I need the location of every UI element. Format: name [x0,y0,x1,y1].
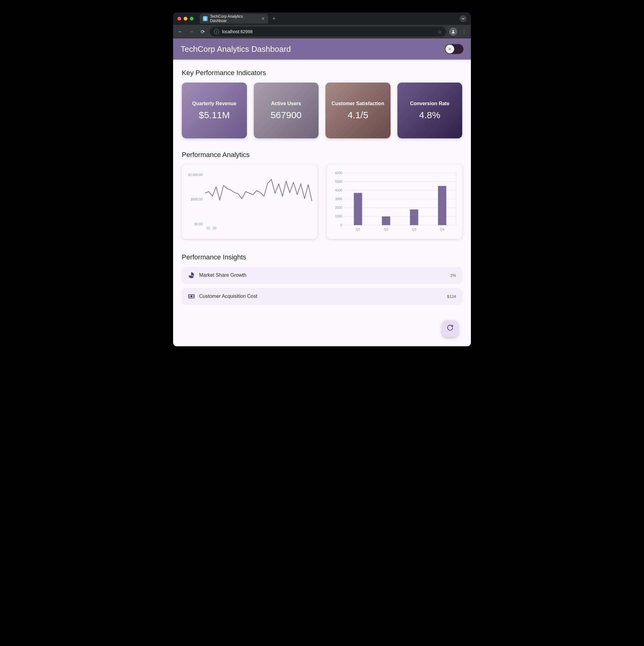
pie-chart-icon [188,272,195,279]
maximize-window-button[interactable] [190,17,194,20]
svg-text:5000: 5000 [335,180,342,183]
bar-chart-card: 0100020003000400050006000Q1Q2Q3Q4 [327,165,462,239]
kpi-value: 567900 [271,110,302,120]
app-viewport: TechCorp Analytics Dashboard Key Perform… [173,38,471,346]
bar-chart: 0100020003000400050006000Q1Q2Q3Q4 [329,169,460,235]
refresh-fab[interactable] [442,320,458,337]
flutter-favicon-icon [203,16,208,21]
kpi-card-revenue[interactable]: Quarterly Revenue $5.11M [182,83,247,138]
kpi-value: 4.1/5 [347,110,368,120]
kpi-value: $5.11M [199,110,230,120]
line-chart: $0.00$800.00$1,600.001000 [184,169,315,235]
kpi-card-conversion[interactable]: Conversion Rate 4.8% [397,83,462,138]
insight-label: Customer Acquisition Cost [199,294,443,299]
kpi-card-users[interactable]: Active Users 567900 [254,83,319,138]
svg-point-1 [449,48,450,49]
refresh-icon [447,324,453,333]
svg-text:10: 10 [206,226,210,230]
insight-card-market-share[interactable]: Market Share Growth 2% [182,267,462,284]
insight-value: 2% [450,273,456,278]
close-window-button[interactable] [178,17,181,20]
site-info-icon[interactable]: i [214,29,219,34]
kpi-label: Quarterly Revenue [192,101,236,107]
bookmark-star-icon[interactable]: ☆ [437,29,442,35]
browser-window: TechCorp Analytics Dashboar ✕ + ← → ⟳ i … [173,12,471,346]
svg-text:$1,600.00: $1,600.00 [188,173,203,177]
reload-button[interactable]: ⟳ [199,29,207,35]
svg-rect-30 [354,193,362,225]
charts-row: $0.00$800.00$1,600.001000 01000200030004… [182,165,462,239]
browser-tab[interactable]: TechCorp Analytics Dashboar ✕ [200,14,268,24]
svg-text:4000: 4000 [335,188,342,192]
minimize-window-button[interactable] [184,17,187,20]
svg-text:2000: 2000 [335,206,342,209]
insight-card-cac[interactable]: Customer Acquisition Cost $124 [182,288,462,305]
kpi-card-satisfaction[interactable]: Customer Satisfaction 4.1/5 [325,83,391,138]
line-chart-card: $0.00$800.00$1,600.001000 [182,165,317,239]
svg-rect-36 [438,186,446,225]
kpi-section-title: Key Performance Indicators [182,69,462,77]
svg-text:1000: 1000 [335,214,342,218]
profile-avatar-icon[interactable] [449,28,457,36]
tab-title: TechCorp Analytics Dashboar [210,14,257,23]
svg-line-7 [451,50,451,50]
svg-text:3000: 3000 [335,197,342,201]
app-title: TechCorp Analytics Dashboard [181,44,445,54]
back-button[interactable]: ← [176,29,184,34]
svg-line-6 [448,47,449,48]
window-controls [176,17,194,20]
svg-text:Q2: Q2 [384,227,388,231]
svg-text:0: 0 [340,223,342,227]
svg-text:00: 00 [213,226,217,230]
new-tab-button[interactable]: + [271,15,278,22]
close-tab-icon[interactable]: ✕ [261,16,265,21]
kpi-row: Quarterly Revenue $5.11M Active Users 56… [182,83,462,138]
svg-rect-32 [382,217,390,225]
kpi-value: 4.8% [419,110,440,120]
forward-button[interactable]: → [187,29,195,34]
svg-point-0 [453,30,454,32]
content-area: Key Performance Indicators Quarterly Rev… [173,60,471,346]
browser-menu-button[interactable]: ⋮ [460,29,468,35]
svg-text:Q1: Q1 [356,227,360,231]
theme-toggle[interactable] [445,44,463,54]
kpi-label: Active Users [271,101,301,107]
svg-line-8 [448,50,449,50]
svg-text:$0.00: $0.00 [195,222,203,226]
money-bill-icon [188,293,195,300]
svg-rect-34 [410,209,418,225]
svg-text:$800.00: $800.00 [191,197,203,201]
sun-icon [445,45,454,53]
kpi-label: Conversion Rate [410,101,449,107]
app-header: TechCorp Analytics Dashboard [173,38,471,60]
svg-line-9 [451,47,451,48]
insights-section-title: Performance Insights [182,253,462,261]
analytics-section-title: Performance Analytics [182,151,462,159]
insight-label: Market Share Growth [199,273,446,278]
svg-text:6000: 6000 [335,171,342,175]
svg-point-39 [191,296,192,297]
tabs-dropdown-button[interactable] [460,15,466,22]
url-text: localhost:62998 [222,29,252,34]
browser-toolbar: ← → ⟳ i localhost:62998 ☆ ⋮ [173,25,471,38]
address-bar[interactable]: i localhost:62998 ☆ [210,27,446,36]
svg-text:Q3: Q3 [412,227,416,231]
svg-text:Q4: Q4 [440,227,444,231]
kpi-label: Customer Satisfaction [332,101,384,107]
browser-tab-strip: TechCorp Analytics Dashboar ✕ + [173,12,471,25]
insight-value: $124 [447,294,456,299]
